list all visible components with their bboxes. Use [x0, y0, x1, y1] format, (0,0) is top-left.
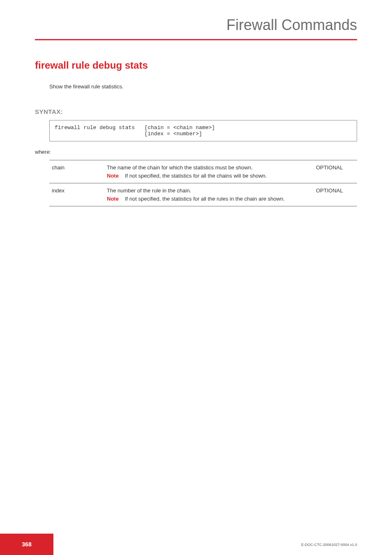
parameters-table: chain The name of the chain for which th… [49, 160, 357, 206]
table-row: index The number of the rule in the chai… [49, 183, 357, 206]
content-area: firewall rule debug stats Show the firew… [35, 60, 357, 206]
header-rule [35, 39, 357, 40]
table-row: chain The name of the chain for which th… [49, 160, 357, 183]
param-desc-cell: The name of the chain for which the stat… [107, 160, 316, 183]
page-title: firewall rule debug stats [35, 60, 357, 71]
param-optional: OPTIONAL [316, 183, 357, 206]
document-id: E-DOC-CTC-20061027-0004 v1.0 [301, 543, 357, 547]
note-label: Note [107, 196, 125, 202]
param-optional: OPTIONAL [316, 160, 357, 183]
page-number: 368 [0, 534, 53, 555]
param-desc: The number of the rule in the chain. [107, 187, 313, 194]
footer: 368 E-DOC-CTC-20061027-0004 v1.0 [0, 534, 392, 555]
param-desc: The name of the chain for which the stat… [107, 164, 313, 171]
param-note: Note If not specified, the statistics fo… [107, 196, 313, 202]
page-description: Show the firewall rule statistics. [49, 83, 357, 90]
param-desc-cell: The number of the rule in the chain. Not… [107, 183, 316, 206]
note-text: If not specified, the statistics for all… [125, 173, 313, 179]
note-label: Note [107, 173, 125, 179]
param-name: index [49, 183, 107, 206]
syntax-label: SYNTAX: [35, 108, 357, 115]
where-label: where: [35, 149, 357, 155]
header-title: Firewall Commands [226, 16, 357, 34]
param-name: chain [49, 160, 107, 183]
param-note: Note If not specified, the statistics fo… [107, 173, 313, 179]
syntax-code: firewall rule debug stats [chain = <chai… [49, 120, 357, 141]
note-text: If not specified, the statistics for all… [125, 196, 313, 202]
